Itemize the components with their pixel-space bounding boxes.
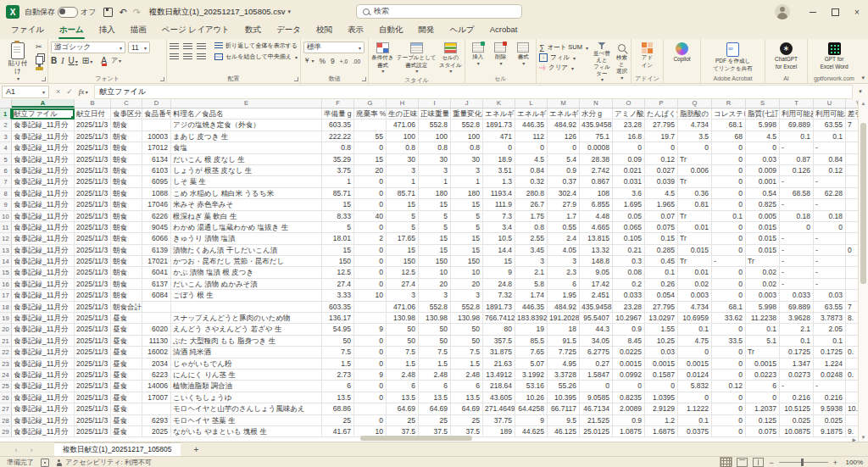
cell-C15[interactable]: 朝食 [111,267,142,278]
cell-U12[interactable]: - [814,233,846,244]
cell-E27[interactable]: モロヘイヤと山芋のさんしょう風味あえ [171,403,322,414]
undo-icon[interactable]: ↶ [119,7,126,18]
cell-E4[interactable]: 食塩 [171,142,322,153]
cell-A10[interactable]: 食事記録_11月分 [12,211,75,222]
cell-V16[interactable] [846,279,859,290]
cell-J22[interactable]: 7.5 [451,347,483,358]
cell-D25[interactable]: 14006 [142,381,171,392]
cell-K12[interactable]: 10.5 [483,233,515,244]
cell-Q22[interactable]: 0 [678,347,712,358]
row-header-7[interactable]: 7 [0,176,12,187]
cell-J15[interactable]: 10 [451,267,483,278]
column-header-N[interactable]: N [580,99,613,108]
cell-N3[interactable]: 75.1 [580,131,613,142]
cell-A27[interactable]: 食事記録_11月分 [12,403,75,414]
cell-M6[interactable]: 0.9 [548,165,580,176]
cell-S9[interactable]: 0.825 [746,199,780,210]
column-header-F[interactable]: F [322,99,354,108]
copilot-button[interactable]: Copilot [673,42,690,63]
cell-N22[interactable]: 6.2775 [580,347,613,358]
column-header-I[interactable]: I [419,99,451,108]
cell-Q5[interactable]: Tr [678,154,712,165]
cell-H24[interactable]: 2.48 [387,370,419,381]
cell-L10[interactable]: 1.75 [515,211,548,222]
cell-M17[interactable]: 1.95 [548,290,580,301]
cell-styles-button[interactable]: セルの スタイル [439,42,462,75]
cell-O23[interactable]: 0.0015 [613,359,645,370]
cell-P7[interactable]: 0.039 [645,176,678,187]
dialog-launcher-icon[interactable] [294,77,298,81]
cell-O3[interactable]: 16.8 [613,131,645,142]
cell-P9[interactable]: 1.965 [645,199,678,210]
cell-S19[interactable]: 11.2238 [746,313,780,324]
cell-N11[interactable]: 4.665 [580,222,613,233]
cell-P24[interactable]: 0.1587 [645,370,678,381]
next-sheet-icon[interactable]: › [24,446,39,454]
cell-A15[interactable]: 食事記録_11月分 [12,267,75,278]
zoom-in-icon[interactable]: + [833,459,837,467]
cell-V24[interactable]: 0. [846,370,859,381]
cell-C22[interactable]: 昼食 [111,347,142,358]
cell-V5[interactable] [846,154,859,165]
cell-J28[interactable]: 25 [451,415,483,426]
cell-U14[interactable]: - [814,256,846,267]
column-header-P[interactable]: P [645,99,678,108]
cell-L12[interactable]: 2.55 [515,233,548,244]
cell-U2[interactable]: 63.55 [814,120,846,131]
cell-Q12[interactable]: Tr [678,233,712,244]
row-header-18[interactable]: 18 [0,302,12,313]
cell-M24[interactable]: 3.3728 [548,370,580,381]
cell-N7[interactable]: 0.867 [580,176,613,187]
cell-B7[interactable]: 2025/11/3 [75,176,111,187]
cell-N21[interactable]: 34.05 [580,336,613,347]
cell-R11[interactable]: 0 [712,222,746,233]
column-header-J[interactable]: J [451,99,483,108]
cell-U11[interactable]: 0 [814,222,846,233]
cell-V17[interactable] [846,290,859,301]
fill-button[interactable]: ↓ フィル [539,53,588,62]
cell-D24[interactable]: 6223 [142,370,171,381]
cell-C21[interactable]: 昼食 [111,336,142,347]
cell-B27[interactable]: 2025/11/3 [75,403,111,414]
cell-G26[interactable]: 0 [354,392,387,403]
cell-S5[interactable]: 0.03 [746,154,780,165]
cell-P18[interactable]: 27.795 [645,302,678,313]
cell-F19[interactable]: 136.17 [322,313,354,324]
cell-T10[interactable]: 0.18 [780,211,814,222]
cell-A5[interactable]: 食事記録_11月分 [12,154,75,165]
search-input[interactable]: 検索 [356,4,522,19]
cell-R8[interactable]: 0 [712,188,746,199]
cell-E10[interactable]: 根深ねぎ 葉 軟白 生 [171,211,322,222]
cell-R12[interactable]: 0 [712,233,746,244]
column-header-G[interactable]: G [354,99,387,108]
cell-R28[interactable]: 0 [712,415,746,426]
cell-G17[interactable]: 10 [354,290,387,301]
create-pdf-button[interactable]: PDF を作成し てリンクを共有 [713,42,752,71]
cell-P16[interactable]: 0.26 [645,279,678,290]
cell-M13[interactable]: 4.05 [548,245,580,256]
cell-F7[interactable]: 1 [322,176,354,187]
cell-E29[interactable]: ながいも やまといも 塊根 生 [171,426,322,437]
cell-A28[interactable]: 食事記録_11月分 [12,415,75,426]
cell-O13[interactable]: 0.21 [613,245,645,256]
cell-E24[interactable]: にんにく りん茎 生 [171,370,322,381]
cell-A19[interactable]: 食事記録_11月分 [12,313,75,324]
format-painter-icon[interactable] [36,67,43,70]
comma-format-icon[interactable]: 9 [331,57,335,65]
cell-Q9[interactable]: 0.81 [678,199,712,210]
cell-J6[interactable]: 3 [451,165,483,176]
cell-J7[interactable]: 1 [451,176,483,187]
cell-R3[interactable]: 68 [712,131,746,142]
cell-Q11[interactable]: 0.01 [678,222,712,233]
cell-E26[interactable]: こいくちしょうゆ [171,392,322,403]
dialog-launcher-icon[interactable] [160,77,164,81]
cell-R19[interactable]: 33.62 [712,313,746,324]
cell-I8[interactable]: 180 [419,188,451,199]
cell-G6[interactable]: 20 [354,165,387,176]
cell-A24[interactable]: 食事記録_11月分 [12,370,75,381]
insert-cells-button[interactable]: 挿入 [472,42,484,67]
cell-G13[interactable]: 0 [354,245,387,256]
autosave-toggle[interactable]: 自動保存 オフ [25,7,96,18]
cell-K21[interactable]: 357.5 [483,336,515,347]
phonetic-button[interactable]: ア [111,56,121,65]
